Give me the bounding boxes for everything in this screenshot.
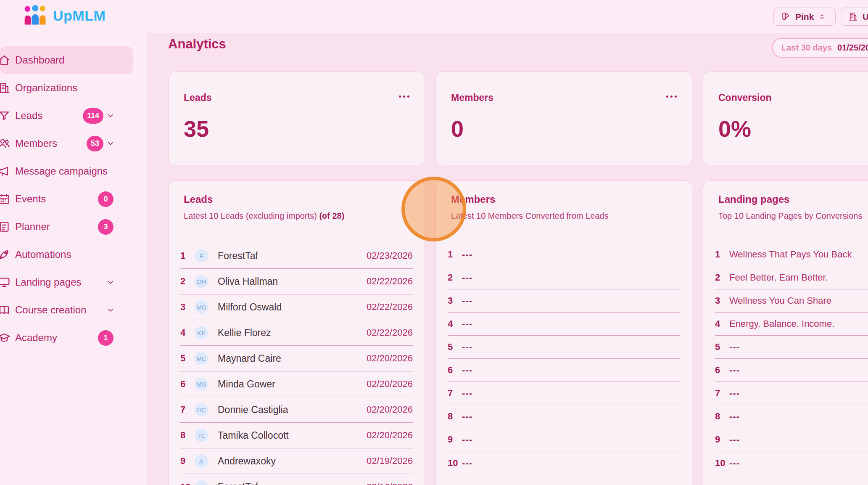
chevron-down-icon[interactable] xyxy=(106,278,115,287)
landing-page-title: --- xyxy=(729,342,740,352)
lead-name: Oliva Hallman xyxy=(218,276,278,287)
sidebar-item-label: Events xyxy=(15,193,46,205)
row-rank: 4 xyxy=(448,318,462,329)
stat-card-value: 0% xyxy=(718,116,751,142)
member-row[interactable]: 3--- xyxy=(448,289,680,313)
landing-page-row[interactable]: 10--- xyxy=(715,451,868,474)
lead-row[interactable]: 5MCMaynard Caire02/20/2026 xyxy=(180,346,413,371)
lead-row[interactable]: 4KFKellie Florez02/22/2026 xyxy=(180,320,413,346)
member-placeholder: --- xyxy=(462,295,472,306)
member-row[interactable]: 8--- xyxy=(448,405,680,428)
row-rank: 7 xyxy=(715,388,729,399)
sidebar-item-landing-pages[interactable]: Landing pages xyxy=(0,268,133,296)
ellipsis-menu-icon[interactable] xyxy=(397,94,411,99)
lead-row[interactable]: 2OHOliva Hallman02/22/2026 xyxy=(180,269,413,294)
landing-page-title: Wellness You Can Share xyxy=(729,295,831,306)
avatar: DC xyxy=(195,403,208,416)
sidebar-item-message-campaigns[interactable]: Message campaigns xyxy=(0,157,133,185)
theme-select[interactable]: Pink xyxy=(773,8,836,26)
row-rank: 10 xyxy=(448,458,462,469)
row-rank: 7 xyxy=(180,404,195,415)
app-logo[interactable]: UpMLM xyxy=(22,4,106,27)
lead-date: 02/19/2026 xyxy=(367,456,413,466)
sidebar-item-events[interactable]: Events0 xyxy=(0,185,133,213)
sidebar-item-course-creation[interactable]: Course creation xyxy=(0,296,133,324)
count-badge: 3 xyxy=(98,219,113,235)
stat-card-value: 0 xyxy=(451,116,464,142)
landing-page-row[interactable]: 1Wellness That Pays You Back xyxy=(715,243,868,266)
lead-row[interactable]: 3MOMilford Oswald02/22/2026 xyxy=(180,294,413,320)
organization-select[interactable]: U xyxy=(841,8,868,26)
sidebar-item-organizations[interactable]: Organizations xyxy=(0,74,133,102)
sidebar-item-label: Leads xyxy=(15,110,42,122)
row-rank: 5 xyxy=(448,342,462,352)
sidebar-item-label: Dashboard xyxy=(15,54,64,66)
member-row[interactable]: 2--- xyxy=(448,266,680,289)
panel-subtitle-count: (of 28) xyxy=(319,211,344,220)
row-rank: 10 xyxy=(715,458,729,469)
sidebar-item-automations[interactable]: Automations xyxy=(0,241,133,268)
ellipsis-menu-icon[interactable] xyxy=(665,94,678,99)
stat-cards-row: Leads35Members0Conversion0% xyxy=(168,72,868,165)
stat-card-title: Leads xyxy=(184,92,211,103)
landing-page-title: --- xyxy=(729,458,740,469)
member-row[interactable]: 6--- xyxy=(448,359,680,382)
sidebar-item-members[interactable]: Members53 xyxy=(0,130,133,157)
member-row[interactable]: 7--- xyxy=(448,382,680,405)
member-row[interactable]: 9--- xyxy=(448,428,680,451)
lead-name: Minda Gower xyxy=(218,379,275,390)
landing-page-row[interactable]: 5--- xyxy=(715,336,868,359)
lead-name: Maynard Caire xyxy=(218,353,281,364)
chevron-down-icon[interactable] xyxy=(106,305,115,315)
member-row[interactable]: 4--- xyxy=(448,313,680,336)
sidebar-item-label: Landing pages xyxy=(15,276,81,288)
sidebar-item-leads[interactable]: Leads114 xyxy=(0,102,133,130)
row-rank: 10 xyxy=(180,482,195,485)
lead-row[interactable]: 10FForestTaf02/16/2026 xyxy=(180,474,413,485)
row-rank: 2 xyxy=(448,272,462,283)
sidebar-item-label: Academy xyxy=(15,332,57,344)
sidebar-item-dashboard[interactable]: Dashboard xyxy=(0,46,133,74)
chevron-down-icon[interactable] xyxy=(106,139,115,148)
lead-row[interactable]: 1FForestTaf02/23/2026 xyxy=(180,243,413,269)
lead-row[interactable]: 8TCTamika Collocott02/20/2026 xyxy=(180,423,413,448)
main-content: Analytics Last 30 days 01/25/20 Leads35M… xyxy=(148,33,868,485)
row-rank: 3 xyxy=(180,302,195,313)
lead-name: Milford Oswald xyxy=(218,302,282,313)
member-row[interactable]: 5--- xyxy=(448,336,680,359)
sidebar-item-planner[interactable]: Planner3 xyxy=(0,213,133,241)
landing-page-row[interactable]: 4Energy. Balance. Income. xyxy=(715,313,868,336)
landing-page-row[interactable]: 3Wellness You Can Share xyxy=(715,289,868,313)
landing-page-row[interactable]: 9--- xyxy=(715,428,868,451)
row-rank: 1 xyxy=(715,249,729,260)
landing-page-title: --- xyxy=(729,434,740,445)
avatar: KF xyxy=(195,326,208,339)
landing-page-row[interactable]: 6--- xyxy=(715,359,868,382)
lead-row[interactable]: 9AAndrewaxoky02/19/2026 xyxy=(180,448,413,474)
landing-page-row[interactable]: 7--- xyxy=(715,382,868,405)
stat-card-value: 35 xyxy=(184,116,209,142)
row-rank: 1 xyxy=(180,250,195,261)
sidebar: DashboardOrganizationsLeads114Members53M… xyxy=(0,33,147,485)
landing-page-row[interactable]: 8--- xyxy=(715,405,868,428)
date-range-picker[interactable]: Last 30 days 01/25/20 xyxy=(772,38,868,58)
lead-row[interactable]: 6MGMinda Gower02/20/2026 xyxy=(180,371,413,397)
member-placeholder: --- xyxy=(462,342,472,352)
member-placeholder: --- xyxy=(462,388,472,399)
calendar-icon xyxy=(0,192,11,206)
panel-title: Members xyxy=(451,193,495,205)
member-row[interactable]: 1--- xyxy=(448,243,680,266)
row-rank: 3 xyxy=(448,295,462,306)
panel-members: MembersLatest 10 Members Converted from … xyxy=(435,180,692,485)
landing-page-row[interactable]: 2Feel Better. Earn Better. xyxy=(715,266,868,289)
row-rank: 5 xyxy=(715,342,729,352)
row-rank: 7 xyxy=(448,388,462,399)
chevron-down-icon[interactable] xyxy=(106,111,115,120)
member-row[interactable]: 10--- xyxy=(448,451,680,474)
lead-row[interactable]: 7DCDonnie Castiglia02/20/2026 xyxy=(180,397,413,423)
sidebar-nav: DashboardOrganizationsLeads114Members53M… xyxy=(0,33,147,352)
sidebar-item-academy[interactable]: Academy1 xyxy=(0,324,133,352)
panel-title: Landing pages xyxy=(718,193,789,205)
avatar: OH xyxy=(195,275,208,288)
landing-page-title: Wellness That Pays You Back xyxy=(729,249,852,260)
